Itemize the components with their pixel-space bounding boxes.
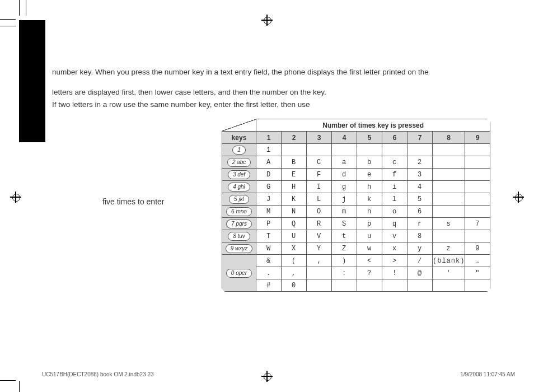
char-cell: L [307,193,332,206]
column-header: 9 [465,132,490,144]
char-cell [282,144,307,156]
key-cell: 0 oper [222,255,256,292]
char-cell: 0 [282,279,307,292]
char-cell: < [357,255,382,267]
char-cell [465,193,490,206]
char-cell: 5 [407,193,433,206]
char-cell: T [256,230,282,242]
char-cell: 3 [407,169,433,181]
char-cell: P [256,218,282,230]
key-cell: 8 tuv [222,230,256,242]
char-cell: 6 [407,206,433,218]
char-cell: l [382,193,407,206]
char-cell: V [307,230,332,242]
key-cell: 5 jkl [222,193,256,206]
char-cell: R [307,218,332,230]
char-cell: g [332,181,357,193]
char-cell [433,156,465,169]
char-cell: s [433,218,465,230]
char-cell: # [256,279,282,292]
registration-mark-icon [514,193,523,202]
char-cell [407,144,433,156]
char-cell: A [256,156,282,169]
char-cell: ) [332,255,357,267]
char-cell: ! [382,267,407,279]
column-header: 1 [256,132,282,144]
footer: UC517BH(DECT2088) book OM 2.indb23 23 1/… [42,371,515,377]
key-button-icon: 7 pqrs [226,220,252,228]
char-cell: C [307,156,332,169]
char-cell: 4 [407,181,433,193]
char-cell: & [256,255,282,267]
char-cell: e [357,169,382,181]
char-cell [433,169,465,181]
char-cell [465,230,490,242]
char-cell [433,181,465,193]
char-cell: m [332,206,357,218]
char-cell: Q [282,218,307,230]
char-cell: S [332,218,357,230]
char-cell: J [256,193,282,206]
multitap-table: Number of times key is pressed keys 1234… [222,119,490,292]
char-cell [332,144,357,156]
char-cell: o [382,206,407,218]
column-header: 4 [332,132,357,144]
char-cell: j [332,193,357,206]
char-cell: f [382,169,407,181]
char-cell: (blank) [433,255,465,267]
column-header: 7 [407,132,433,144]
char-cell: … [465,255,490,267]
char-cell: E [282,169,307,181]
key-cell: 3 def [222,169,256,181]
char-cell: W [256,242,282,255]
char-cell [465,206,490,218]
char-cell: b [357,156,382,169]
char-cell [433,230,465,242]
key-cell: 2 abc [222,156,256,169]
char-cell: 2 [407,156,433,169]
key-button-icon: 3 def [228,170,250,179]
char-cell [465,169,490,181]
key-cell: 1 [222,144,256,156]
char-cell: 9 [465,242,490,255]
char-cell [357,279,382,292]
char-cell: a [332,156,357,169]
registration-mark-icon [11,193,20,202]
key-button-icon: 6 mno [226,207,252,216]
char-cell [465,144,490,156]
char-cell: ( [282,255,307,267]
column-header: 6 [382,132,407,144]
body-line-3: If two letters in a row use the same num… [52,99,511,111]
body-line-1: number key. When you press the number ke… [52,66,511,78]
char-cell: r [407,218,433,230]
char-cell [433,279,465,292]
registration-mark-icon [263,16,271,25]
char-cell: U [282,230,307,242]
key-button-icon: 2 abc [227,158,251,167]
key-button-icon: 0 oper [226,269,252,278]
char-cell [465,156,490,169]
key-button-icon: 5 jkl [229,195,249,204]
char-cell: D [256,169,282,181]
char-cell: ‚ [307,255,332,267]
key-cell: 7 pqrs [222,218,256,230]
char-cell: , [282,267,307,279]
char-cell [465,181,490,193]
char-cell: M [256,206,282,218]
column-header: 8 [433,132,465,144]
char-cell: " [465,267,490,279]
char-cell: k [357,193,382,206]
char-cell [433,206,465,218]
body-line-2: letters are displayed first, then lower … [52,86,511,99]
char-cell: @ [407,267,433,279]
char-cell: q [382,218,407,230]
char-cell [357,144,382,156]
column-header: 2 [282,132,307,144]
key-cell: 6 mno [222,206,256,218]
char-cell [407,279,433,292]
char-cell: 1 [256,144,282,156]
char-cell: Z [332,242,357,255]
char-cell: c [382,156,407,169]
char-cell [332,279,357,292]
char-cell: K [282,193,307,206]
